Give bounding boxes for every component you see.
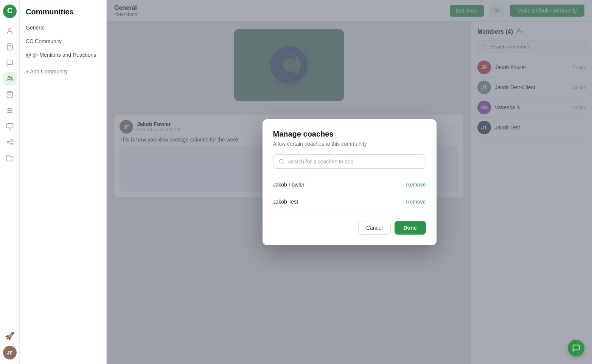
nav-rocket-icon[interactable]: 🚀 [3, 329, 17, 343]
svg-point-19 [7, 142, 9, 143]
search-icon [279, 159, 284, 165]
done-button[interactable]: Done [395, 221, 426, 235]
svg-point-13 [8, 108, 9, 109]
svg-point-30 [279, 159, 283, 163]
nav-monitor-icon[interactable] [3, 120, 17, 133]
modal-backdrop: Manage coaches Allow certain coaches to … [107, 0, 592, 364]
modal-actions: Cancel Done [273, 221, 426, 235]
coach-search-container[interactable] [273, 154, 426, 169]
svg-point-21 [11, 143, 12, 145]
sidebar-item-mentions[interactable]: @ @ Mentions and Reactions [20, 48, 106, 62]
cancel-button[interactable]: Cancel [358, 221, 391, 235]
nav-connections-icon[interactable] [3, 135, 17, 149]
coach-name-jt: Jakob Test [273, 199, 298, 205]
coach-name-jf: Jakob Fowler [273, 182, 305, 188]
chat-bubble-button[interactable] [568, 340, 584, 356]
svg-line-23 [9, 143, 11, 144]
svg-text:C: C [7, 6, 12, 15]
sidebar: Communities General CC Community @ @ Men… [20, 0, 107, 364]
add-community-button[interactable]: + Add Community [20, 65, 106, 78]
sidebar-item-cc-community[interactable]: CC Community [20, 34, 106, 48]
svg-point-7 [8, 76, 10, 78]
svg-point-15 [8, 112, 9, 113]
svg-point-14 [10, 110, 11, 111]
nav-folder-icon[interactable] [3, 151, 17, 165]
user-avatar[interactable]: JF [3, 346, 17, 359]
coach-search-input[interactable] [287, 159, 420, 165]
nav-shop-icon[interactable] [3, 88, 17, 101]
icon-nav: C 🚀 JF [0, 0, 20, 364]
remove-jakob-test-button[interactable]: Remove [406, 199, 426, 205]
sidebar-title: Communities [20, 6, 106, 21]
nav-document-icon[interactable] [3, 40, 17, 54]
svg-point-8 [11, 77, 12, 78]
modal-title: Manage coaches [273, 130, 426, 138]
remove-jakob-fowler-button[interactable]: Remove [406, 182, 426, 188]
nav-users-icon[interactable] [3, 24, 17, 38]
at-icon: @ [26, 52, 33, 58]
coach-item-jakob-fowler: Jakob Fowler Remove [273, 176, 426, 193]
sidebar-item-general[interactable]: General [20, 21, 106, 34]
manage-coaches-modal: Manage coaches Allow certain coaches to … [263, 119, 437, 245]
nav-sliders-icon[interactable] [3, 104, 17, 117]
nav-chat-icon[interactable] [3, 56, 17, 70]
app-logo[interactable]: C [3, 5, 17, 18]
svg-line-22 [9, 141, 11, 142]
modal-subtitle: Allow certain coaches to this community [273, 141, 426, 147]
svg-point-20 [11, 140, 12, 142]
main-content: General 4Members Edit Order Make Default… [107, 0, 592, 364]
svg-point-2 [8, 28, 11, 31]
svg-rect-16 [6, 124, 13, 128]
nav-community-icon[interactable] [3, 72, 17, 86]
coach-item-jakob-test: Jakob Test Remove [273, 193, 426, 210]
